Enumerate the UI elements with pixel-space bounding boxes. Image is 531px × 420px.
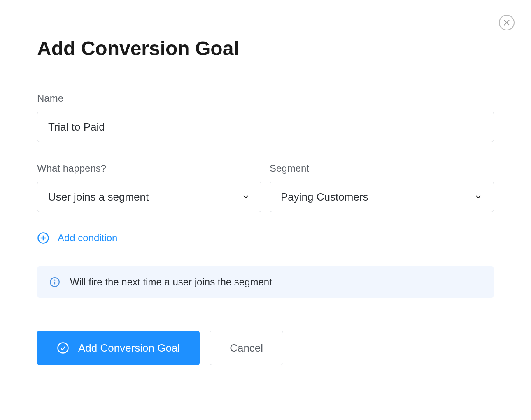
name-field-group: Name	[37, 93, 494, 142]
submit-button[interactable]: Add Conversion Goal	[37, 331, 200, 365]
close-icon	[504, 20, 510, 26]
close-button[interactable]	[499, 15, 515, 30]
what-happens-label: What happens?	[37, 163, 261, 174]
segment-label: Segment	[270, 163, 494, 174]
modal-title: Add Conversion Goal	[37, 37, 494, 60]
add-condition-button[interactable]: Add condition	[37, 232, 117, 244]
check-circle-icon	[57, 342, 69, 354]
info-text: Will fire the next time a user joins the…	[70, 276, 272, 288]
cancel-button[interactable]: Cancel	[210, 331, 283, 365]
segment-select[interactable]: Paying Customers	[270, 182, 494, 212]
name-label: Name	[37, 93, 494, 104]
chevron-down-icon	[474, 192, 483, 201]
plus-circle-icon	[37, 232, 49, 244]
segment-value: Paying Customers	[281, 191, 474, 203]
chevron-down-icon	[241, 192, 250, 201]
add-condition-label: Add condition	[58, 232, 117, 244]
what-happens-select[interactable]: User joins a segment	[37, 182, 261, 212]
svg-point-8	[58, 343, 68, 353]
what-happens-value: User joins a segment	[48, 191, 241, 203]
what-happens-field-group: What happens? User joins a segment	[37, 163, 261, 212]
svg-point-7	[54, 280, 55, 280]
segment-field-group: Segment Paying Customers	[270, 163, 494, 212]
submit-label: Add Conversion Goal	[78, 342, 180, 355]
button-row: Add Conversion Goal Cancel	[37, 331, 494, 365]
add-conversion-goal-modal: Add Conversion Goal Name What happens? U…	[0, 0, 531, 382]
info-banner: Will fire the next time a user joins the…	[37, 266, 494, 298]
info-icon	[49, 277, 60, 287]
name-input[interactable]	[37, 112, 494, 142]
